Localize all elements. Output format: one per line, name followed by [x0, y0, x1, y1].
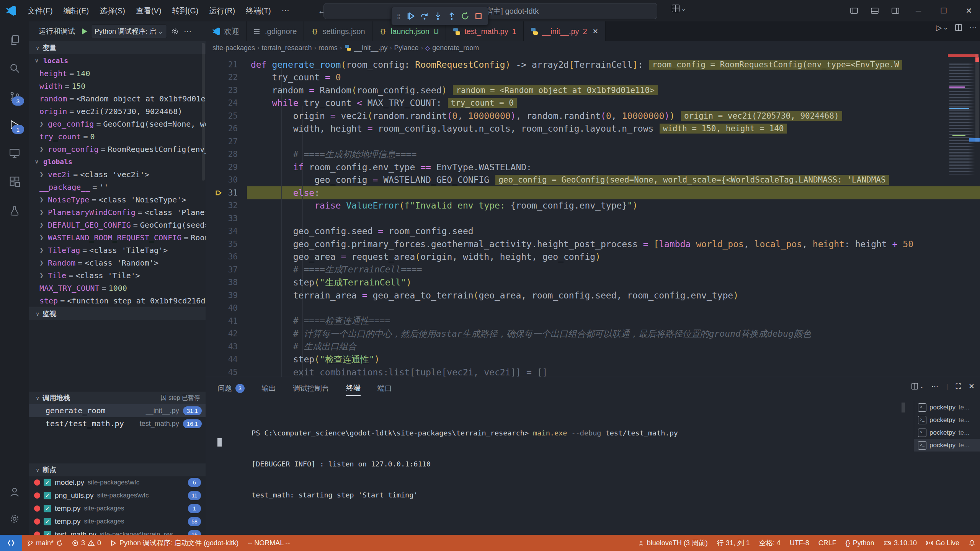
expand-chevron-icon[interactable]: ❯: [39, 235, 48, 240]
maximize-panel-icon[interactable]: ⛶: [956, 382, 961, 391]
code-editor[interactable]: 21 def generate_room(room_config: RoomRe…: [206, 54, 980, 377]
editor-scrollbar[interactable]: [975, 54, 979, 142]
code-line[interactable]: 21 def generate_room(room_config: RoomRe…: [206, 58, 980, 71]
expand-chevron-icon[interactable]: ❯: [39, 247, 48, 253]
breakpoint-checkbox[interactable]: ✓: [44, 492, 51, 499]
explorer-icon[interactable]: [0, 28, 29, 52]
variable-row[interactable]: height = 140: [29, 67, 206, 80]
code-line[interactable]: 36 geo_area = request_area(origin, width…: [206, 251, 980, 264]
breadcrumb-item[interactable]: site-packages›: [212, 44, 259, 52]
variable-row[interactable]: ❯ PlanetaryWindConfig = <class 'Planeta…: [29, 206, 206, 218]
breakpoint-checkbox[interactable]: ✓: [44, 505, 51, 512]
source-control-icon[interactable]: 3: [0, 84, 29, 109]
drag-handle[interactable]: ⣿: [397, 13, 401, 19]
expand-chevron-icon[interactable]: ❯: [39, 222, 48, 228]
expand-chevron-icon[interactable]: ❯: [39, 197, 48, 202]
code-line[interactable]: 43 # 生成出口组合: [206, 340, 980, 353]
stack-frame-row[interactable]: generate_room __init__.py 31:1: [29, 404, 206, 417]
variable-row[interactable]: ∨ locals: [29, 54, 206, 67]
editor-tab[interactable]: settings.json: [304, 21, 372, 41]
close-panel-icon[interactable]: ✕: [969, 382, 975, 391]
split-editor-icon[interactable]: [955, 24, 962, 31]
toggle-secondary-sidebar-icon[interactable]: [887, 3, 904, 18]
breakpoints-section-header[interactable]: ∨ 断点: [29, 463, 206, 476]
git-blame-item[interactable]: blueloveTH (3 周前): [633, 535, 712, 551]
expand-chevron-icon[interactable]: ❯: [39, 209, 48, 215]
debug-settings-gear-icon[interactable]: [171, 27, 179, 36]
code-line[interactable]: 44 step("检查连通性"): [206, 353, 980, 366]
minimize-button[interactable]: ─: [907, 0, 929, 21]
layout-grid-icon[interactable]: ⌄: [672, 5, 686, 12]
watch-section-header[interactable]: ∨ 监视: [29, 307, 206, 320]
maximize-button[interactable]: ☐: [933, 0, 955, 21]
breadcrumb-item[interactable]: rooms›: [318, 44, 342, 52]
more-actions-icon[interactable]: ⋯: [931, 382, 939, 391]
panel-tab[interactable]: 问题 3: [217, 381, 245, 396]
panel-tab[interactable]: 终端: [346, 381, 361, 396]
editor-tab[interactable]: 欢迎: [206, 21, 247, 41]
code-line[interactable]: 30 geo_config = WASTELAND_GEO_CONFIG geo…: [206, 174, 980, 187]
menu-item[interactable]: 运行(R): [204, 3, 240, 18]
step-out-button[interactable]: [448, 12, 456, 20]
code-line[interactable]: 25 origin = vec2i(random.randint(0, 1000…: [206, 109, 980, 122]
continue-button[interactable]: [407, 12, 415, 20]
breakpoint-row[interactable]: ✓ temp.py site-packages 58: [29, 515, 206, 528]
language-mode-item[interactable]: {} Python: [841, 535, 879, 551]
breakpoint-checkbox[interactable]: ✓: [44, 518, 51, 525]
code-line[interactable]: 26 width, height = room_config.layout.n_…: [206, 122, 980, 135]
more-actions-icon[interactable]: ⋯: [969, 23, 977, 32]
more-actions-icon[interactable]: ⋯: [184, 27, 191, 36]
panel-tab[interactable]: 输出: [261, 381, 276, 396]
code-line[interactable]: 38 step("生成TerrainCell"): [206, 276, 980, 289]
variable-row[interactable]: ❯ vec2i = <class 'vec2i'>: [29, 168, 206, 181]
testing-icon[interactable]: [0, 199, 29, 223]
expand-chevron-icon[interactable]: ∨: [35, 58, 43, 64]
debug-session-item[interactable]: Python 调试程序: 启动文件 (godot-ldtk): [106, 535, 243, 551]
callstack-section-header[interactable]: ∨ 调用堆栈 因 step 已暂停: [29, 391, 206, 404]
code-line[interactable]: 41 # ====检查连通性====: [206, 315, 980, 328]
settings-gear-icon[interactable]: [0, 507, 29, 531]
variable-row[interactable]: origin = vec2i(7205730, 9024468): [29, 105, 206, 117]
code-line[interactable]: 31 else:: [206, 186, 980, 199]
command-center-search[interactable]: [扩展开发宿主] godot-ldtk: [323, 3, 657, 19]
variable-row[interactable]: step = <function step at 0x1bf9cd216d: [29, 294, 206, 307]
stop-button[interactable]: [474, 12, 483, 20]
expand-chevron-icon[interactable]: ❯: [39, 146, 48, 152]
code-line[interactable]: 28 # ====生成初始地理信息====: [206, 148, 980, 161]
terminal-instance-row[interactable]: >_ pocketpy te...: [914, 426, 980, 439]
variable-row[interactable]: try_count = 0: [29, 130, 206, 143]
toggle-sidebar-icon[interactable]: [845, 3, 863, 18]
code-line[interactable]: 42 # 计算每一个出口的中心，然后使用astar生成路径，确保每一个出口组合都…: [206, 328, 980, 341]
step-into-button[interactable]: [434, 12, 442, 20]
variable-row[interactable]: ❯ DEFAULT_GEO_CONFIG = GeoConfig(seed=1…: [29, 218, 206, 231]
indentation-item[interactable]: 空格: 4: [755, 535, 785, 551]
menu-item[interactable]: 终端(T): [240, 3, 276, 18]
variable-row[interactable]: ❯ NoiseType = <class 'NoiseType'>: [29, 193, 206, 206]
code-line[interactable]: 24 while try_count < MAX_TRY_COUNT: try_…: [206, 97, 980, 110]
variable-row[interactable]: __package__ = '': [29, 181, 206, 193]
minimap[interactable]: [947, 54, 980, 377]
variable-row[interactable]: random = <Random object at 0x1bf9d01e…: [29, 92, 206, 105]
run-python-file-button[interactable]: ▷⌄: [936, 23, 948, 32]
breakpoint-checkbox[interactable]: ✓: [44, 531, 51, 535]
variable-row[interactable]: ❯ room_config = RoomRequestConfig(env_t…: [29, 143, 206, 155]
variables-section-header[interactable]: ∨ 变量: [29, 41, 206, 54]
code-line[interactable]: 40: [206, 302, 980, 315]
terminal-instance-row[interactable]: >_ pocketpy te...: [914, 439, 980, 452]
variable-row[interactable]: ❯ Tile = <class 'Tile'>: [29, 269, 206, 282]
editor-tab[interactable]: .gdignore: [247, 21, 304, 41]
breakpoint-row[interactable]: ✓ temp.py site-packages 1: [29, 502, 206, 515]
run-debug-view-icon[interactable]: 1: [0, 112, 29, 137]
cursor-position-item[interactable]: 行 31, 列 1: [712, 535, 755, 551]
breadcrumb-item[interactable]: terrain_research›: [261, 44, 316, 52]
menu-item[interactable]: 编辑(E): [58, 3, 95, 18]
notifications-bell-icon[interactable]: [964, 535, 980, 551]
accounts-icon[interactable]: [0, 480, 29, 504]
variable-row[interactable]: ❯ TileTag = <class 'TileTag'>: [29, 244, 206, 256]
problems-item[interactable]: 3 0: [67, 535, 106, 551]
git-branch-item[interactable]: main*: [22, 535, 67, 551]
breakpoint-checkbox[interactable]: ✓: [44, 479, 51, 486]
code-line[interactable]: 22 try_count = 0: [206, 71, 980, 84]
variable-row[interactable]: MAX_TRY_COUNT = 1000: [29, 282, 206, 294]
terminal-instance-row[interactable]: >_ pocketpy te...: [914, 401, 980, 414]
